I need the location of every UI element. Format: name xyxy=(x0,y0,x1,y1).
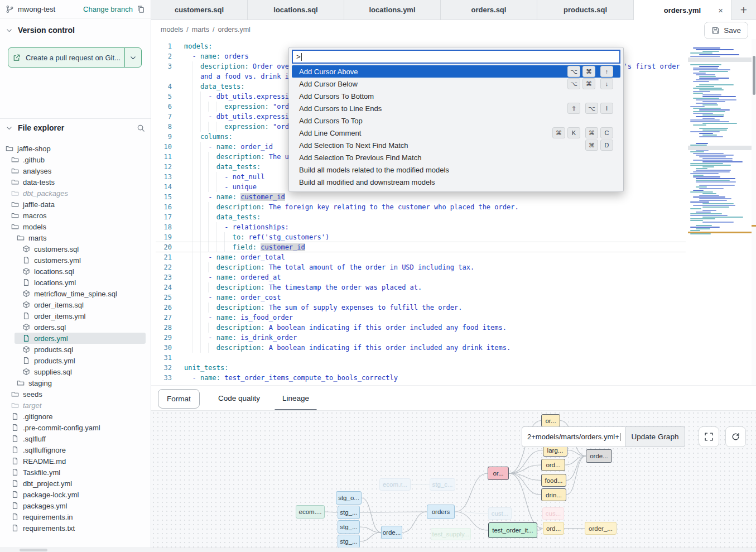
tree-item-customers.sql[interactable]: customers.sql xyxy=(0,243,150,255)
panel-tab-code-quality[interactable]: Code quality xyxy=(207,386,271,411)
code-line[interactable]: 30 description: A boolean indicating if … xyxy=(151,343,756,353)
lineage-node-stg_3[interactable]: stg_... xyxy=(338,535,360,548)
code-line[interactable]: 15 - name: customer_id xyxy=(151,192,756,202)
tree-item-locations.yml[interactable]: locations.yml xyxy=(0,277,150,288)
code-line[interactable]: 17 data_tests: xyxy=(151,212,756,222)
code-line[interactable]: 32unit_tests: xyxy=(151,363,756,373)
tree-item-products.yml[interactable]: products.yml xyxy=(0,355,150,366)
code-line[interactable]: 18 - relationships: xyxy=(151,222,756,232)
scrollbar-thumb[interactable] xyxy=(753,56,755,95)
hscrollbar-thumb[interactable] xyxy=(20,549,47,551)
tree-item-.github[interactable]: .github xyxy=(0,154,150,165)
chevron-down-icon[interactable] xyxy=(6,124,13,132)
code-line[interactable]: 23 - name: ordered_at xyxy=(151,272,756,282)
tree-item-locations.sql[interactable]: locations.sql xyxy=(0,266,150,277)
tab-locations.sql[interactable]: locations.sql xyxy=(248,0,344,20)
code-line[interactable]: 22 description: The total amount of the … xyxy=(151,262,756,272)
tree-item-staging[interactable]: staging xyxy=(0,377,150,388)
tab-customers.sql[interactable]: customers.sql xyxy=(151,0,248,20)
tree-item-.pre-commit-config.yaml[interactable]: .pre-commit-config.yaml xyxy=(0,422,150,433)
tab-products.sql[interactable]: products.sql xyxy=(537,0,634,20)
lineage-node-food[interactable]: food... xyxy=(541,474,566,487)
tree-item-jaffle-shop[interactable]: jaffle-shop xyxy=(0,143,150,154)
lineage-filter-input[interactable]: 2+models/marts/orders.yml+ xyxy=(522,426,625,447)
lineage-node-stg_c[interactable]: stg_c... xyxy=(430,478,455,491)
lineage-node-ord_2[interactable]: ord... xyxy=(543,522,564,535)
command-input[interactable]: > xyxy=(292,50,620,64)
lineage-node-ecom[interactable]: ecom.... xyxy=(296,505,325,519)
add-tab-button[interactable]: + xyxy=(740,4,747,16)
tree-item-dbt_packages[interactable]: dbt_packages xyxy=(0,188,150,199)
code-line[interactable]: 29 - name: is_drink_order xyxy=(151,333,756,343)
lineage-node-ecom_r[interactable]: ecom.r... xyxy=(379,478,411,491)
update-graph-button[interactable]: Update Graph xyxy=(625,426,685,447)
lineage-node-stg_1[interactable]: stg_... xyxy=(338,506,360,519)
change-branch-link[interactable]: Change branch xyxy=(83,5,133,13)
save-button[interactable]: Save xyxy=(704,22,748,39)
tree-item-.gitignore[interactable]: .gitignore xyxy=(0,411,150,422)
lineage-node-orde_b[interactable]: orde... xyxy=(381,526,402,539)
tree-item-requirements.txt[interactable]: requirements.txt xyxy=(0,522,150,534)
code-line[interactable]: 20 field: customer_id xyxy=(151,242,756,252)
code-line[interactable]: 28 description: A boolean indicating if … xyxy=(151,323,756,333)
lineage-node-ord_1[interactable]: ord... xyxy=(541,459,565,471)
tab-orders.sql[interactable]: orders.sql xyxy=(441,0,537,20)
tree-item-marts[interactable]: marts xyxy=(0,232,150,243)
tree-item-models[interactable]: models xyxy=(0,221,150,232)
lineage-node-stg_2[interactable]: stg_... xyxy=(338,520,360,534)
tree-item-dbt_project.yml[interactable]: dbt_project.yml xyxy=(0,478,150,489)
palette-item[interactable]: Build all modified and downstream models xyxy=(292,176,620,188)
tree-item-requirements.in[interactable]: requirements.in xyxy=(0,511,150,522)
tab-locations.yml[interactable]: locations.yml xyxy=(344,0,441,20)
lineage-node-or_t[interactable]: or... xyxy=(541,414,560,427)
tree-item-package-lock.yml[interactable]: package-lock.yml xyxy=(0,489,150,500)
tree-item-orders.sql[interactable]: orders.sql xyxy=(0,321,150,333)
tree-item-seeds[interactable]: seeds xyxy=(0,388,150,400)
code-line[interactable]: 31 xyxy=(151,353,756,363)
lineage-node-drin[interactable]: drin... xyxy=(541,488,566,501)
lineage-node-cust_f[interactable]: cust... xyxy=(488,507,512,520)
close-icon[interactable]: × xyxy=(718,6,723,15)
tree-item-order_items.sql[interactable]: order_items.sql xyxy=(0,299,150,310)
tree-item-order_items.yml[interactable]: order_items.yml xyxy=(0,310,150,321)
chevron-down-icon[interactable] xyxy=(6,27,13,34)
lineage-node-or_p[interactable]: or... xyxy=(488,467,509,480)
palette-item[interactable]: Add Cursors To Bottom xyxy=(292,90,620,102)
code-line[interactable]: 27 - name: is_food_order xyxy=(151,313,756,323)
palette-item[interactable]: Add Line Comment⌘K⌘C xyxy=(292,127,620,139)
palette-item[interactable]: Add Cursors To Top xyxy=(292,114,620,127)
code-line[interactable]: 33 - name: test_order_items_compute_to_b… xyxy=(151,373,756,383)
editor-scrollbar[interactable] xyxy=(752,39,756,385)
tree-item-.sqlfluffignore[interactable]: .sqlfluffignore xyxy=(0,444,150,455)
tree-item-Taskfile.yml[interactable]: Taskfile.yml xyxy=(0,467,150,478)
lineage-node-orde_g[interactable]: orde... xyxy=(586,449,612,463)
tree-item-supplies.sql[interactable]: supplies.sql xyxy=(0,366,150,377)
code-line[interactable]: 25 - name: order_cost xyxy=(151,292,756,303)
tree-item-analyses[interactable]: analyses xyxy=(0,165,150,176)
tree-item-customers.yml[interactable]: customers.yml xyxy=(0,255,150,266)
tab-orders.yml[interactable]: orders.yml× xyxy=(634,0,731,20)
tree-item-orders.yml[interactable]: orders.yml xyxy=(0,333,150,344)
tree-item-.sqlfluff[interactable]: .sqlfluff xyxy=(0,433,150,444)
code-line[interactable]: 19 to: ref('stg_customers') xyxy=(151,232,756,242)
horizontal-scrollbar[interactable] xyxy=(0,548,756,552)
lineage-node-test_o[interactable]: test_order_it... xyxy=(488,522,537,538)
refresh-button[interactable] xyxy=(725,426,746,447)
code-line[interactable]: 21 - name: order_total xyxy=(151,252,756,262)
create-pr-dropdown[interactable] xyxy=(124,48,141,67)
tree-item-macros[interactable]: macros xyxy=(0,210,150,221)
palette-item[interactable]: Add Cursor Below⌥⌘↓ xyxy=(292,78,620,90)
palette-item[interactable]: Build all models related to the modified… xyxy=(292,164,620,176)
code-line[interactable]: 16 description: The foreign key relating… xyxy=(151,202,756,212)
format-button[interactable]: Format xyxy=(158,389,200,409)
lineage-node-orders[interactable]: orders xyxy=(427,505,455,519)
lineage-node-order_3[interactable]: order_... xyxy=(585,522,617,535)
palette-item[interactable]: Add Selection To Previous Find Match xyxy=(292,151,620,164)
tree-item-packages.yml[interactable]: packages.yml xyxy=(0,500,150,511)
minimap[interactable] xyxy=(690,47,752,253)
palette-item[interactable]: Add Cursors to Line Ends⇧⌥I xyxy=(292,102,620,114)
lineage-node-supply_f[interactable]: test_supply... xyxy=(431,528,471,540)
tree-item-jaffle-data[interactable]: jaffle-data xyxy=(0,199,150,210)
lineage-node-stg_o[interactable]: stg_o... xyxy=(336,491,362,505)
panel-tab-lineage[interactable]: Lineage xyxy=(271,386,320,411)
